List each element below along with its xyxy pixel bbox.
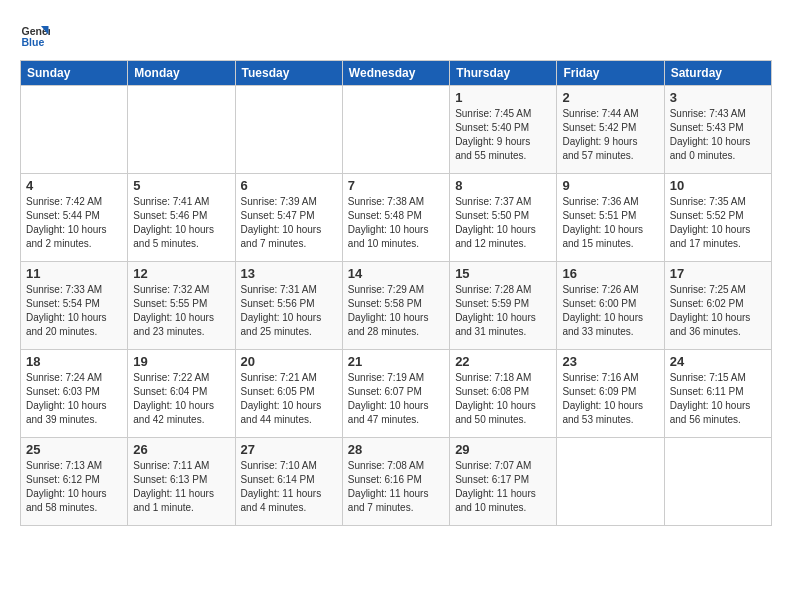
calendar-cell: 24Sunrise: 7:15 AM Sunset: 6:11 PM Dayli… [664, 350, 771, 438]
day-info: Sunrise: 7:25 AM Sunset: 6:02 PM Dayligh… [670, 283, 766, 339]
day-info: Sunrise: 7:07 AM Sunset: 6:17 PM Dayligh… [455, 459, 551, 515]
day-info: Sunrise: 7:08 AM Sunset: 6:16 PM Dayligh… [348, 459, 444, 515]
calendar-week-1: 1Sunrise: 7:45 AM Sunset: 5:40 PM Daylig… [21, 86, 772, 174]
day-number: 14 [348, 266, 444, 281]
calendar-cell: 25Sunrise: 7:13 AM Sunset: 6:12 PM Dayli… [21, 438, 128, 526]
calendar-cell: 13Sunrise: 7:31 AM Sunset: 5:56 PM Dayli… [235, 262, 342, 350]
logo: General Blue [20, 20, 58, 50]
day-info: Sunrise: 7:45 AM Sunset: 5:40 PM Dayligh… [455, 107, 551, 163]
calendar-cell: 19Sunrise: 7:22 AM Sunset: 6:04 PM Dayli… [128, 350, 235, 438]
calendar-cell [21, 86, 128, 174]
day-info: Sunrise: 7:39 AM Sunset: 5:47 PM Dayligh… [241, 195, 337, 251]
page-header: General Blue [20, 20, 772, 50]
day-number: 15 [455, 266, 551, 281]
header-row: SundayMondayTuesdayWednesdayThursdayFrid… [21, 61, 772, 86]
calendar-cell: 26Sunrise: 7:11 AM Sunset: 6:13 PM Dayli… [128, 438, 235, 526]
day-info: Sunrise: 7:22 AM Sunset: 6:04 PM Dayligh… [133, 371, 229, 427]
header-day-tuesday: Tuesday [235, 61, 342, 86]
calendar-cell: 27Sunrise: 7:10 AM Sunset: 6:14 PM Dayli… [235, 438, 342, 526]
day-number: 20 [241, 354, 337, 369]
calendar-cell: 12Sunrise: 7:32 AM Sunset: 5:55 PM Dayli… [128, 262, 235, 350]
calendar-cell: 28Sunrise: 7:08 AM Sunset: 6:16 PM Dayli… [342, 438, 449, 526]
calendar-cell: 20Sunrise: 7:21 AM Sunset: 6:05 PM Dayli… [235, 350, 342, 438]
calendar-cell [342, 86, 449, 174]
day-info: Sunrise: 7:38 AM Sunset: 5:48 PM Dayligh… [348, 195, 444, 251]
logo-icon: General Blue [20, 20, 50, 50]
day-number: 13 [241, 266, 337, 281]
calendar-cell [128, 86, 235, 174]
day-info: Sunrise: 7:18 AM Sunset: 6:08 PM Dayligh… [455, 371, 551, 427]
header-day-friday: Friday [557, 61, 664, 86]
day-info: Sunrise: 7:31 AM Sunset: 5:56 PM Dayligh… [241, 283, 337, 339]
day-info: Sunrise: 7:21 AM Sunset: 6:05 PM Dayligh… [241, 371, 337, 427]
day-number: 3 [670, 90, 766, 105]
calendar-body: 1Sunrise: 7:45 AM Sunset: 5:40 PM Daylig… [21, 86, 772, 526]
calendar-cell: 7Sunrise: 7:38 AM Sunset: 5:48 PM Daylig… [342, 174, 449, 262]
day-info: Sunrise: 7:44 AM Sunset: 5:42 PM Dayligh… [562, 107, 658, 163]
calendar-cell: 15Sunrise: 7:28 AM Sunset: 5:59 PM Dayli… [450, 262, 557, 350]
calendar-cell: 3Sunrise: 7:43 AM Sunset: 5:43 PM Daylig… [664, 86, 771, 174]
day-info: Sunrise: 7:13 AM Sunset: 6:12 PM Dayligh… [26, 459, 122, 515]
day-info: Sunrise: 7:11 AM Sunset: 6:13 PM Dayligh… [133, 459, 229, 515]
day-info: Sunrise: 7:16 AM Sunset: 6:09 PM Dayligh… [562, 371, 658, 427]
calendar-cell: 8Sunrise: 7:37 AM Sunset: 5:50 PM Daylig… [450, 174, 557, 262]
day-number: 25 [26, 442, 122, 457]
header-day-sunday: Sunday [21, 61, 128, 86]
day-number: 24 [670, 354, 766, 369]
day-info: Sunrise: 7:24 AM Sunset: 6:03 PM Dayligh… [26, 371, 122, 427]
calendar-cell: 16Sunrise: 7:26 AM Sunset: 6:00 PM Dayli… [557, 262, 664, 350]
day-info: Sunrise: 7:19 AM Sunset: 6:07 PM Dayligh… [348, 371, 444, 427]
day-info: Sunrise: 7:29 AM Sunset: 5:58 PM Dayligh… [348, 283, 444, 339]
day-number: 26 [133, 442, 229, 457]
day-info: Sunrise: 7:32 AM Sunset: 5:55 PM Dayligh… [133, 283, 229, 339]
calendar-cell: 22Sunrise: 7:18 AM Sunset: 6:08 PM Dayli… [450, 350, 557, 438]
day-number: 27 [241, 442, 337, 457]
day-info: Sunrise: 7:41 AM Sunset: 5:46 PM Dayligh… [133, 195, 229, 251]
calendar-cell [664, 438, 771, 526]
calendar-cell: 23Sunrise: 7:16 AM Sunset: 6:09 PM Dayli… [557, 350, 664, 438]
day-number: 1 [455, 90, 551, 105]
day-number: 6 [241, 178, 337, 193]
day-number: 17 [670, 266, 766, 281]
day-number: 22 [455, 354, 551, 369]
day-number: 28 [348, 442, 444, 457]
calendar-table: SundayMondayTuesdayWednesdayThursdayFrid… [20, 60, 772, 526]
header-day-monday: Monday [128, 61, 235, 86]
day-info: Sunrise: 7:42 AM Sunset: 5:44 PM Dayligh… [26, 195, 122, 251]
day-number: 2 [562, 90, 658, 105]
calendar-cell: 1Sunrise: 7:45 AM Sunset: 5:40 PM Daylig… [450, 86, 557, 174]
calendar-week-2: 4Sunrise: 7:42 AM Sunset: 5:44 PM Daylig… [21, 174, 772, 262]
calendar-cell: 11Sunrise: 7:33 AM Sunset: 5:54 PM Dayli… [21, 262, 128, 350]
header-day-thursday: Thursday [450, 61, 557, 86]
day-number: 4 [26, 178, 122, 193]
day-info: Sunrise: 7:43 AM Sunset: 5:43 PM Dayligh… [670, 107, 766, 163]
day-number: 7 [348, 178, 444, 193]
day-info: Sunrise: 7:28 AM Sunset: 5:59 PM Dayligh… [455, 283, 551, 339]
day-number: 29 [455, 442, 551, 457]
calendar-cell: 4Sunrise: 7:42 AM Sunset: 5:44 PM Daylig… [21, 174, 128, 262]
calendar-cell: 29Sunrise: 7:07 AM Sunset: 6:17 PM Dayli… [450, 438, 557, 526]
calendar-cell: 14Sunrise: 7:29 AM Sunset: 5:58 PM Dayli… [342, 262, 449, 350]
day-number: 8 [455, 178, 551, 193]
calendar-cell: 21Sunrise: 7:19 AM Sunset: 6:07 PM Dayli… [342, 350, 449, 438]
day-number: 19 [133, 354, 229, 369]
day-number: 12 [133, 266, 229, 281]
day-number: 11 [26, 266, 122, 281]
header-day-wednesday: Wednesday [342, 61, 449, 86]
day-info: Sunrise: 7:26 AM Sunset: 6:00 PM Dayligh… [562, 283, 658, 339]
calendar-cell: 6Sunrise: 7:39 AM Sunset: 5:47 PM Daylig… [235, 174, 342, 262]
calendar-week-5: 25Sunrise: 7:13 AM Sunset: 6:12 PM Dayli… [21, 438, 772, 526]
day-info: Sunrise: 7:36 AM Sunset: 5:51 PM Dayligh… [562, 195, 658, 251]
day-number: 9 [562, 178, 658, 193]
calendar-week-4: 18Sunrise: 7:24 AM Sunset: 6:03 PM Dayli… [21, 350, 772, 438]
day-info: Sunrise: 7:33 AM Sunset: 5:54 PM Dayligh… [26, 283, 122, 339]
svg-text:Blue: Blue [22, 36, 45, 48]
calendar-cell: 10Sunrise: 7:35 AM Sunset: 5:52 PM Dayli… [664, 174, 771, 262]
calendar-header: SundayMondayTuesdayWednesdayThursdayFrid… [21, 61, 772, 86]
calendar-cell: 9Sunrise: 7:36 AM Sunset: 5:51 PM Daylig… [557, 174, 664, 262]
day-number: 23 [562, 354, 658, 369]
header-day-saturday: Saturday [664, 61, 771, 86]
day-number: 18 [26, 354, 122, 369]
calendar-cell: 5Sunrise: 7:41 AM Sunset: 5:46 PM Daylig… [128, 174, 235, 262]
calendar-cell: 17Sunrise: 7:25 AM Sunset: 6:02 PM Dayli… [664, 262, 771, 350]
